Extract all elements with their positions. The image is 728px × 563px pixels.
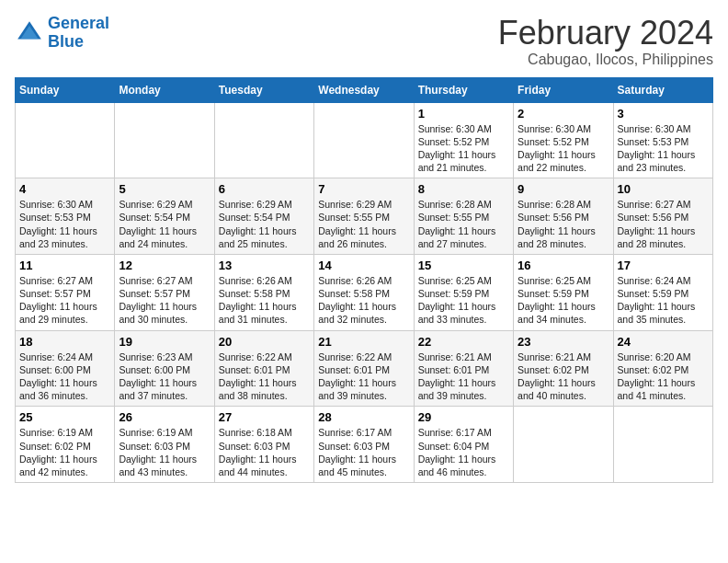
calendar-cell [613,407,712,483]
logo: General Blue [15,15,109,52]
day-number: 7 [318,182,409,196]
day-number: 24 [618,335,709,349]
day-number: 19 [119,335,210,349]
calendar-subtitle: Cabugao, Ilocos, Philippines [498,52,713,68]
day-header: Friday [514,77,613,102]
cell-sun-info: Sunrise: 6:19 AMSunset: 6:02 PMDaylight:… [19,426,110,478]
calendar-cell [514,407,613,483]
calendar-cell: 26Sunrise: 6:19 AMSunset: 6:03 PMDayligh… [115,407,214,483]
day-number: 15 [418,259,509,272]
cell-sun-info: Sunrise: 6:26 AMSunset: 5:58 PMDaylight:… [318,274,409,327]
day-number: 28 [318,410,409,424]
calendar-cell: 17Sunrise: 6:24 AMSunset: 5:59 PMDayligh… [613,254,712,330]
cell-sun-info: Sunrise: 6:22 AMSunset: 6:01 PMDaylight:… [318,350,409,403]
calendar-week: 4Sunrise: 6:30 AMSunset: 5:53 PMDaylight… [16,178,713,255]
day-number: 27 [219,410,310,424]
day-header: Tuesday [214,77,313,102]
calendar-cell: 5Sunrise: 6:29 AMSunset: 5:54 PMDaylight… [115,178,214,255]
calendar-cell: 15Sunrise: 6:25 AMSunset: 5:59 PMDayligh… [414,254,513,330]
day-number: 8 [418,182,509,196]
day-number: 26 [119,410,210,424]
calendar-cell: 20Sunrise: 6:22 AMSunset: 6:01 PMDayligh… [214,330,313,407]
calendar-cell: 11Sunrise: 6:27 AMSunset: 5:57 PMDayligh… [16,254,115,330]
logo-icon [15,18,44,48]
calendar-cell [16,102,115,178]
calendar-cell: 29Sunrise: 6:17 AMSunset: 6:04 PMDayligh… [414,407,513,483]
day-number: 2 [518,107,609,121]
cell-sun-info: Sunrise: 6:23 AMSunset: 6:00 PMDaylight:… [119,350,210,403]
day-header: Thursday [414,77,513,102]
calendar-cell: 23Sunrise: 6:21 AMSunset: 6:02 PMDayligh… [514,330,613,407]
day-number: 16 [518,259,609,272]
calendar-cell: 25Sunrise: 6:19 AMSunset: 6:02 PMDayligh… [16,407,115,483]
calendar-cell: 3Sunrise: 6:30 AMSunset: 5:53 PMDaylight… [613,102,712,178]
calendar-cell: 16Sunrise: 6:25 AMSunset: 5:59 PMDayligh… [514,254,613,330]
cell-sun-info: Sunrise: 6:22 AMSunset: 6:01 PMDaylight:… [219,350,310,403]
day-number: 18 [19,335,110,349]
cell-sun-info: Sunrise: 6:30 AMSunset: 5:52 PMDaylight:… [418,122,509,175]
day-number: 13 [219,259,310,272]
day-number: 4 [19,182,110,196]
cell-sun-info: Sunrise: 6:19 AMSunset: 6:03 PMDaylight:… [119,426,210,478]
cell-sun-info: Sunrise: 6:29 AMSunset: 5:55 PMDaylight:… [318,198,409,250]
calendar-cell: 1Sunrise: 6:30 AMSunset: 5:52 PMDaylight… [414,102,513,178]
calendar-cell: 8Sunrise: 6:28 AMSunset: 5:55 PMDaylight… [414,178,513,255]
day-number: 17 [618,259,709,272]
calendar-title: February 2024 [498,15,713,52]
day-number: 21 [318,335,409,349]
calendar-cell [314,102,414,178]
day-number: 10 [618,182,709,196]
cell-sun-info: Sunrise: 6:21 AMSunset: 6:02 PMDaylight:… [518,350,609,403]
calendar-cell: 13Sunrise: 6:26 AMSunset: 5:58 PMDayligh… [214,254,313,330]
calendar-cell: 22Sunrise: 6:21 AMSunset: 6:01 PMDayligh… [414,330,513,407]
calendar-cell: 10Sunrise: 6:27 AMSunset: 5:56 PMDayligh… [613,178,712,255]
calendar-cell: 28Sunrise: 6:17 AMSunset: 6:03 PMDayligh… [314,407,414,483]
cell-sun-info: Sunrise: 6:29 AMSunset: 5:54 PMDaylight:… [119,198,210,250]
cell-sun-info: Sunrise: 6:30 AMSunset: 5:53 PMDaylight:… [19,198,110,250]
day-number: 14 [318,259,409,272]
day-number: 6 [219,182,310,196]
day-number: 11 [19,259,110,272]
calendar-cell: 14Sunrise: 6:26 AMSunset: 5:58 PMDayligh… [314,254,414,330]
cell-sun-info: Sunrise: 6:28 AMSunset: 5:55 PMDaylight:… [418,198,509,250]
calendar-body: 1Sunrise: 6:30 AMSunset: 5:52 PMDaylight… [16,102,713,482]
cell-sun-info: Sunrise: 6:26 AMSunset: 5:58 PMDaylight:… [219,274,310,327]
cell-sun-info: Sunrise: 6:29 AMSunset: 5:54 PMDaylight:… [219,198,310,250]
calendar-cell: 18Sunrise: 6:24 AMSunset: 6:00 PMDayligh… [16,330,115,407]
calendar-cell: 9Sunrise: 6:28 AMSunset: 5:56 PMDaylight… [514,178,613,255]
day-number: 23 [518,335,609,349]
cell-sun-info: Sunrise: 6:27 AMSunset: 5:57 PMDaylight:… [19,274,110,327]
calendar-week: 1Sunrise: 6:30 AMSunset: 5:52 PMDaylight… [16,102,713,178]
cell-sun-info: Sunrise: 6:27 AMSunset: 5:56 PMDaylight:… [618,198,709,250]
logo-line2: Blue [48,32,84,51]
cell-sun-info: Sunrise: 6:21 AMSunset: 6:01 PMDaylight:… [418,350,509,403]
calendar-cell: 24Sunrise: 6:20 AMSunset: 6:02 PMDayligh… [613,330,712,407]
logo-text: General Blue [48,15,109,52]
title-area: February 2024 Cabugao, Ilocos, Philippin… [498,15,713,68]
calendar-cell: 21Sunrise: 6:22 AMSunset: 6:01 PMDayligh… [314,330,414,407]
day-number: 3 [618,107,709,121]
days-of-week-row: SundayMondayTuesdayWednesdayThursdayFrid… [16,77,713,102]
calendar-cell [214,102,313,178]
day-number: 20 [219,335,310,349]
cell-sun-info: Sunrise: 6:30 AMSunset: 5:53 PMDaylight:… [618,122,709,175]
page-header: General Blue February 2024 Cabugao, Iloc… [15,15,713,68]
calendar-cell: 4Sunrise: 6:30 AMSunset: 5:53 PMDaylight… [16,178,115,255]
cell-sun-info: Sunrise: 6:20 AMSunset: 6:02 PMDaylight:… [618,350,709,403]
calendar-cell: 6Sunrise: 6:29 AMSunset: 5:54 PMDaylight… [214,178,313,255]
cell-sun-info: Sunrise: 6:18 AMSunset: 6:03 PMDaylight:… [219,426,310,478]
day-number: 25 [19,410,110,424]
calendar-cell: 7Sunrise: 6:29 AMSunset: 5:55 PMDaylight… [314,178,414,255]
cell-sun-info: Sunrise: 6:30 AMSunset: 5:52 PMDaylight:… [518,122,609,175]
cell-sun-info: Sunrise: 6:25 AMSunset: 5:59 PMDaylight:… [518,274,609,327]
day-number: 9 [518,182,609,196]
day-header: Saturday [613,77,712,102]
logo-line1: General [48,14,109,32]
calendar-cell: 27Sunrise: 6:18 AMSunset: 6:03 PMDayligh… [214,407,313,483]
calendar-cell [115,102,214,178]
cell-sun-info: Sunrise: 6:24 AMSunset: 6:00 PMDaylight:… [19,350,110,403]
calendar-cell: 2Sunrise: 6:30 AMSunset: 5:52 PMDaylight… [514,102,613,178]
cell-sun-info: Sunrise: 6:17 AMSunset: 6:04 PMDaylight:… [418,426,509,478]
calendar-table: SundayMondayTuesdayWednesdayThursdayFrid… [15,77,713,483]
day-header: Wednesday [314,77,414,102]
